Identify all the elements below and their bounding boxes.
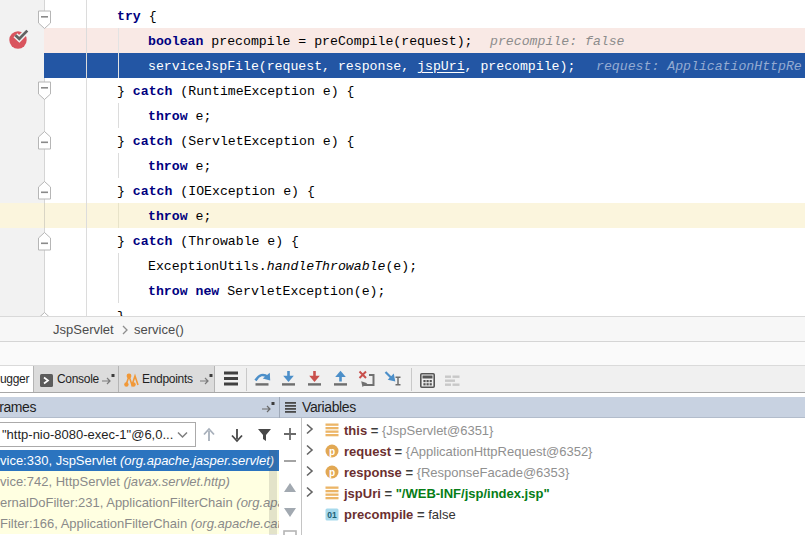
- svg-text:p: p: [329, 446, 335, 457]
- svg-text:p: p: [329, 467, 335, 478]
- svg-text:01: 01: [327, 510, 337, 520]
